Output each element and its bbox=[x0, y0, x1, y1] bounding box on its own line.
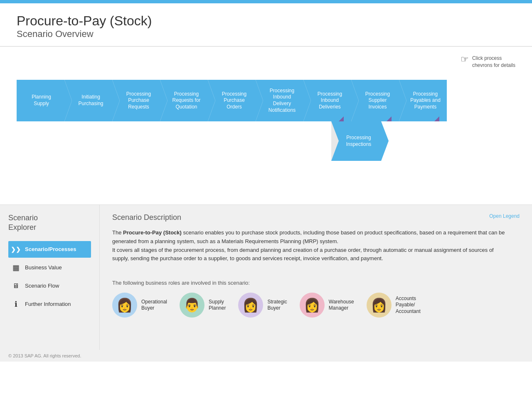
sidebar-item-label-further-information: Further Information bbox=[25, 301, 71, 307]
chevron-row: PlanningSupply InitiatingPurchasing Proc… bbox=[17, 80, 515, 121]
role-warehouse-manager: 👩 WarehouseManager bbox=[300, 293, 354, 318]
avatar-strategic-buyer: 👩 bbox=[238, 293, 263, 318]
chevron-section: ☞ Click process chevrons for details Pla… bbox=[0, 47, 532, 204]
role-supply-planner: 👨 SupplyPlanner bbox=[180, 293, 226, 318]
sidebar-item-label-scenario-processes: Scenario/Processes bbox=[25, 246, 76, 252]
description-bold: Procure-to-Pay (Stock) bbox=[123, 229, 182, 236]
content-title: Scenario Description bbox=[112, 213, 181, 222]
page-title: Procure-to-Pay (Stock) bbox=[17, 13, 515, 29]
content-header: Scenario Description Open Legend bbox=[112, 213, 520, 222]
sub-chevron-row: ProcessingInspections bbox=[331, 121, 515, 161]
chevron-processing-inspections[interactable]: ProcessingInspections bbox=[331, 121, 381, 161]
further-information-icon: ℹ bbox=[11, 299, 21, 309]
role-strategic-buyer: 👩 StrategicBuyer bbox=[238, 293, 287, 318]
sidebar: ScenarioExplorer ❯❯ Scenario/Processes ▦… bbox=[0, 205, 100, 350]
sidebar-item-scenario-flow[interactable]: 🖥 Scenario Flow bbox=[8, 278, 91, 294]
sub-marker-3 bbox=[434, 116, 439, 121]
avatar-supply-planner: 👨 bbox=[180, 293, 204, 318]
click-hint: ☞ Click process chevrons for details bbox=[461, 55, 515, 69]
avatar-operational-buyer: 👩 bbox=[112, 293, 137, 318]
sidebar-item-business-value[interactable]: ▦ Business Value bbox=[8, 259, 91, 276]
roles-label: The following business roles are involve… bbox=[112, 280, 520, 286]
top-bar bbox=[0, 0, 532, 3]
role-name-strategic-buyer: StrategicBuyer bbox=[267, 299, 287, 312]
role-name-accounts-payable: AccountsPayable/Accountant bbox=[396, 296, 421, 315]
page-subtitle: Scenario Overview bbox=[17, 29, 515, 39]
footer: © 2013 SAP AG. All rights reserved. bbox=[0, 350, 532, 362]
sidebar-item-scenario-processes[interactable]: ❯❯ Scenario/Processes bbox=[8, 241, 91, 258]
chevron-planning-supply[interactable]: PlanningSupply bbox=[17, 80, 64, 121]
role-name-warehouse-manager: WarehouseManager bbox=[329, 299, 354, 312]
role-operational-buyer: 👩 OperationalBuyer bbox=[112, 293, 167, 318]
scenario-processes-icon: ❯❯ bbox=[11, 244, 21, 254]
role-name-operational-buyer: OperationalBuyer bbox=[141, 299, 167, 312]
sub-marker bbox=[339, 116, 344, 121]
avatar-warehouse-manager: 👩 bbox=[300, 293, 325, 318]
roles-row: 👩 OperationalBuyer 👨 SupplyPlanner 👩 Str… bbox=[112, 293, 520, 318]
cursor-icon: ☞ bbox=[461, 55, 469, 64]
sidebar-item-label-scenario-flow: Scenario Flow bbox=[25, 283, 59, 289]
sidebar-title: ScenarioExplorer bbox=[8, 213, 91, 233]
open-legend-button[interactable]: Open Legend bbox=[489, 213, 520, 219]
scenario-description: The Procure-to-Pay (Stock) scenario enab… bbox=[112, 229, 507, 263]
scenario-flow-icon: 🖥 bbox=[11, 281, 21, 291]
business-value-icon: ▦ bbox=[11, 263, 21, 273]
sidebar-item-further-information[interactable]: ℹ Further Information bbox=[8, 296, 91, 313]
avatar-accounts-payable: 👩 bbox=[367, 293, 392, 318]
sidebar-item-label-business-value: Business Value bbox=[25, 264, 62, 271]
copyright: © 2013 SAP AG. All rights reserved. bbox=[8, 353, 81, 358]
role-accounts-payable: 👩 AccountsPayable/Accountant bbox=[367, 293, 421, 318]
bottom-section: ScenarioExplorer ❯❯ Scenario/Processes ▦… bbox=[0, 204, 532, 350]
role-name-supply-planner: SupplyPlanner bbox=[209, 299, 226, 312]
hint-text: Click process chevrons for details bbox=[472, 55, 515, 69]
sub-marker-2 bbox=[387, 116, 392, 121]
main-content: Scenario Description Open Legend The Pro… bbox=[100, 205, 532, 350]
header: Procure-to-Pay (Stock) Scenario Overview bbox=[0, 3, 532, 47]
